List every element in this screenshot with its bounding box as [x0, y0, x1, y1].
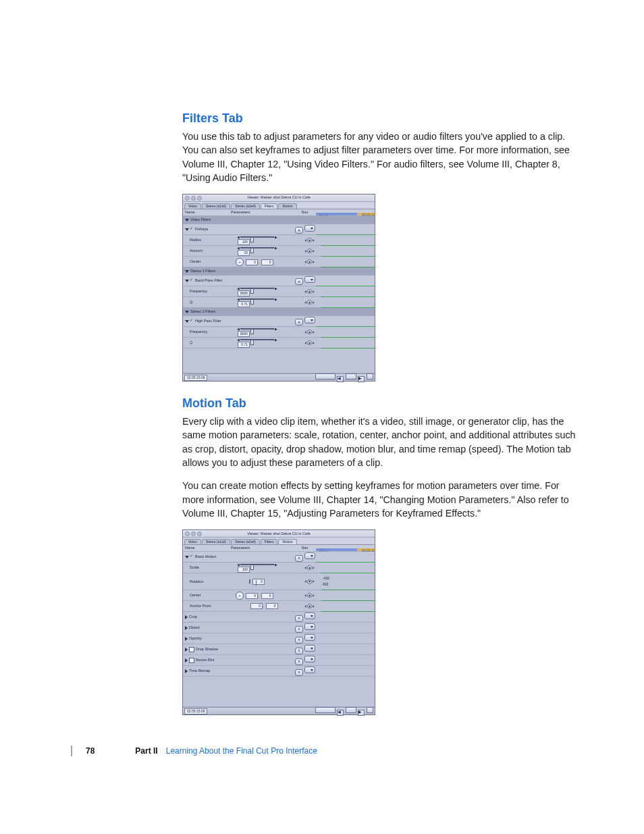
next-keyframe-icon[interactable] — [313, 331, 315, 334]
reset-button[interactable]: ✕ — [295, 615, 303, 622]
disclosure-icon[interactable] — [185, 626, 188, 630]
disclosure-icon[interactable] — [185, 228, 189, 231]
current-timecode[interactable]: 02:05:15:08 — [184, 708, 207, 714]
next-keyframe-icon[interactable] — [313, 342, 315, 344]
param-x[interactable]: 0 — [250, 603, 263, 609]
step-forward-button[interactable]: ▶ — [358, 376, 365, 382]
slider-left-arrow-icon[interactable]: ◀ — [237, 563, 240, 567]
rotation-dial[interactable] — [249, 579, 250, 584]
slider-left-arrow-icon[interactable]: ◀ — [237, 338, 240, 342]
prev-keyframe-icon[interactable] — [304, 580, 306, 583]
slider-right-arrow-icon[interactable]: ▶ — [275, 287, 277, 290]
next-keyframe-icon[interactable] — [313, 239, 315, 242]
param-value[interactable]: 8000 — [238, 290, 250, 296]
tab-video[interactable]: Video — [184, 539, 201, 544]
disclosure-icon[interactable] — [185, 311, 189, 313]
next-keyframe-icon[interactable] — [313, 301, 315, 304]
keyframe-nav[interactable]: ◆ — [304, 259, 315, 264]
slider-right-arrow-icon[interactable]: ▶ — [275, 236, 277, 239]
filter-row[interactable]: Basic Motion✕ — [183, 552, 375, 563]
prev-keyframe-icon[interactable] — [304, 301, 306, 304]
preset-menu[interactable] — [304, 634, 315, 641]
add-keyframe-icon[interactable]: ◆ — [307, 593, 312, 598]
prev-keyframe-icon[interactable] — [304, 250, 306, 253]
param-value[interactable]: 0.71 — [238, 342, 250, 348]
keyframe-nav[interactable]: ◆ — [304, 238, 315, 242]
add-keyframe-icon[interactable]: ◆ — [307, 289, 312, 294]
zoom-slider[interactable] — [315, 373, 336, 380]
disclosure-icon[interactable] — [185, 556, 189, 558]
step-forward-button[interactable]: ▶ — [358, 710, 365, 716]
preset-menu[interactable] — [304, 645, 315, 652]
disclosure-icon[interactable] — [185, 270, 189, 273]
filter-row-collapsed[interactable]: Opacity✕ — [183, 633, 375, 644]
keyframe-nav[interactable]: ◆ — [304, 330, 315, 334]
param-x[interactable]: 0 — [246, 259, 258, 265]
enable-check-icon[interactable] — [190, 555, 194, 558]
enable-check-icon[interactable] — [190, 228, 194, 231]
window-traffic-lights[interactable] — [185, 531, 202, 536]
slider-right-arrow-icon[interactable]: ▶ — [275, 246, 277, 250]
slider-right-arrow-icon[interactable]: ▶ — [275, 298, 277, 301]
close-icon[interactable] — [185, 531, 190, 536]
current-timecode[interactable]: 02:05:15:08 — [184, 375, 207, 381]
slider-right-arrow-icon[interactable]: ▶ — [275, 563, 277, 567]
add-keyframe-icon[interactable]: ◆ — [307, 579, 312, 584]
window-traffic-lights[interactable] — [185, 196, 202, 201]
zoom-button[interactable] — [367, 707, 373, 713]
filter-row-collapsed[interactable]: Motion Blur✕ — [183, 655, 375, 666]
disclosure-icon[interactable] — [185, 658, 188, 662]
disclosure-icon[interactable] — [185, 637, 188, 641]
tab-stereo-a3a4[interactable]: Stereo (a3a4) — [231, 539, 260, 544]
reset-button[interactable]: ✕ — [295, 319, 303, 325]
add-keyframe-icon[interactable]: ◆ — [307, 300, 312, 305]
preset-menu[interactable] — [304, 656, 315, 662]
reset-button[interactable]: ✕ — [295, 658, 303, 665]
tab-filters[interactable]: Filters — [261, 539, 278, 544]
filter-row-collapsed[interactable]: Distort✕ — [183, 623, 375, 633]
reset-button[interactable]: ✕ — [295, 626, 303, 633]
minimize-icon[interactable] — [191, 196, 196, 201]
prev-keyframe-icon[interactable] — [304, 331, 306, 334]
zoom-slider[interactable] — [315, 707, 336, 713]
disclosure-icon[interactable] — [185, 648, 188, 652]
scroll-thumb[interactable] — [346, 373, 356, 380]
keyframe-nav[interactable]: ◆ — [304, 249, 315, 253]
step-back-button[interactable]: ◀ — [337, 376, 344, 382]
next-keyframe-icon[interactable] — [313, 605, 315, 608]
enable-checkbox[interactable] — [189, 658, 194, 663]
tab-motion[interactable]: Motion — [278, 203, 296, 209]
add-keyframe-icon[interactable]: ◆ — [307, 330, 312, 334]
next-keyframe-icon[interactable] — [313, 580, 315, 583]
filter-row[interactable]: High Pass Filter✕ — [183, 316, 375, 327]
tab-filters[interactable]: Filters — [261, 203, 278, 209]
filter-group-header[interactable]: Video Filters — [183, 216, 375, 224]
prev-keyframe-icon[interactable] — [304, 261, 306, 263]
disclosure-icon[interactable] — [185, 320, 189, 323]
reset-button[interactable]: ✕ — [295, 227, 303, 234]
slider-left-arrow-icon[interactable]: ◀ — [237, 298, 240, 301]
reset-button[interactable]: ✕ — [295, 648, 303, 654]
keyframe-nav[interactable]: ◆ — [304, 604, 315, 608]
disclosure-icon[interactable] — [185, 615, 188, 619]
param-y[interactable]: 0 — [261, 593, 273, 599]
scroll-thumb[interactable] — [346, 707, 356, 713]
prev-keyframe-icon[interactable] — [304, 290, 306, 293]
tab-stereo-a3a4[interactable]: Stereo (a3a4) — [231, 203, 260, 209]
reset-button[interactable]: ✕ — [295, 669, 303, 676]
filter-group-header[interactable]: Stereo 1 Filters — [183, 267, 375, 276]
next-keyframe-icon[interactable] — [313, 594, 315, 597]
preset-menu[interactable] — [304, 613, 315, 619]
preset-menu[interactable] — [304, 623, 315, 630]
zoom-icon[interactable] — [197, 196, 202, 201]
enable-check-icon[interactable] — [190, 319, 194, 323]
next-keyframe-icon[interactable] — [313, 567, 315, 569]
reset-button[interactable]: ✕ — [295, 555, 303, 562]
keyframe-nav[interactable]: ◆ — [304, 593, 315, 598]
preset-menu[interactable] — [304, 552, 315, 559]
tab-motion[interactable]: Motion — [278, 539, 296, 544]
disclosure-icon[interactable] — [185, 669, 188, 673]
param-y[interactable]: 0 — [266, 603, 278, 609]
prev-keyframe-icon[interactable] — [304, 342, 306, 344]
slider-left-arrow-icon[interactable]: ◀ — [237, 246, 240, 250]
